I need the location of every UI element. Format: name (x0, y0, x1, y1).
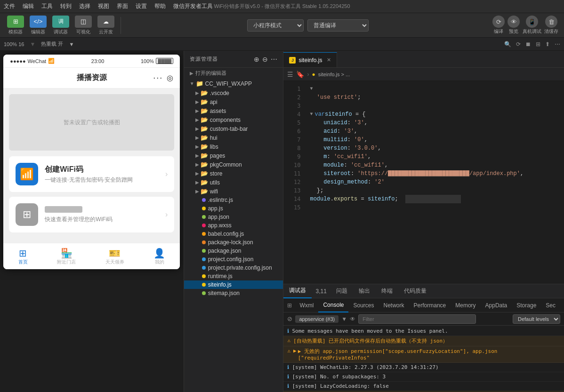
card-manage-wifi[interactable]: ⊞ 快速查看并管理您的WiFi码 › (9, 197, 174, 232)
folder-components[interactable]: ▶ 📂 components (184, 115, 283, 124)
clear-cache-btn[interactable]: 🗑 清缓存 (544, 16, 558, 35)
upload-icon[interactable]: ⬆ (545, 41, 550, 48)
new-file-icon[interactable]: ⊕ (254, 56, 259, 63)
real-debug-btn[interactable]: 📱 真机调试 (523, 16, 541, 35)
menu-edit[interactable]: 编辑 (23, 2, 34, 10)
menu-settings[interactable]: 设置 (136, 2, 147, 10)
tab-close-icon[interactable]: ✕ (327, 57, 331, 63)
folder-custom-tab-bar[interactable]: ▶ 📂 custom-tab-bar (184, 124, 283, 133)
file-pkgjson[interactable]: package.json (184, 247, 283, 255)
tab-terminal[interactable]: 终端 (376, 284, 398, 298)
nav-home[interactable]: ⊞ 首页 (18, 248, 28, 265)
folder-libs[interactable]: ▶ 📂 libs (184, 142, 283, 151)
devtab-sec[interactable]: Sec (541, 298, 560, 312)
editor-tab-siteinfo[interactable]: J siteinfo.js ✕ (283, 52, 337, 67)
menu-bar: 文件 编辑 工具 转到 选择 视图 界面 设置 帮助 微信开发者工具 WiFi分… (0, 0, 564, 13)
menu-view[interactable]: 视图 (98, 2, 109, 10)
hot-reload-toggle[interactable]: ▼ (69, 41, 74, 47)
file-siteinfo[interactable]: siteinfo.js (184, 280, 283, 289)
console-filter-input[interactable] (358, 314, 476, 324)
tab-output[interactable]: 输出 (353, 284, 376, 298)
code-content[interactable]: ▼ 'use strict'; ▼ var siteinfo = { uniac… (304, 81, 564, 284)
nav-coupon[interactable]: 🎫 天天领券 (105, 248, 124, 265)
file-babel[interactable]: babel.config.js (184, 230, 283, 238)
nav-nearby[interactable]: 🏪 附近门店 (57, 248, 76, 265)
devtab-network[interactable]: Network (379, 298, 409, 312)
menu-select[interactable]: 选择 (79, 2, 90, 10)
tab-line-col[interactable]: 3,11 (312, 284, 330, 298)
devtools-toggle[interactable]: ⊞ (287, 302, 292, 309)
search-icon[interactable]: 🔍 (504, 41, 511, 48)
menu-interface[interactable]: 界面 (117, 2, 128, 10)
file-runtime[interactable]: runtime.js (184, 272, 283, 280)
visual-btn[interactable]: ◫ 可视化 (73, 16, 93, 35)
file-appjson[interactable]: app.json (184, 213, 283, 221)
hamburger-icon[interactable]: ☰ (287, 71, 293, 78)
bookmark-icon[interactable]: 🔖 (296, 71, 304, 78)
console-dropdown-arrow[interactable]: ▼ (341, 316, 347, 322)
tab-debugger[interactable]: 调试器 (283, 284, 312, 298)
wifi-card-icon: 📶 (16, 163, 38, 185)
more-files-icon[interactable]: ⋯ (271, 56, 277, 63)
tab-issues[interactable]: 问题 (330, 284, 353, 298)
editor-btn[interactable]: </> 编辑器 (28, 16, 48, 35)
collapse-icon[interactable]: ⊖ (262, 56, 268, 63)
main-area: ●●●●● WeChat 📶 23:00 100% ▓▓▓▓ 播播资源 ··· … (0, 51, 564, 392)
devtab-performance[interactable]: Performance (409, 298, 451, 312)
menu-help[interactable]: 帮助 (154, 2, 166, 10)
menu-tools[interactable]: 工具 (41, 2, 53, 10)
file-project-config[interactable]: project.config.json (184, 255, 283, 264)
menu-goto[interactable]: 转到 (60, 2, 72, 10)
menu-wechat-tools[interactable]: 微信开发者工具 (173, 2, 213, 10)
debugger-btn[interactable]: 调 调试器 (51, 16, 71, 35)
file-appwxss[interactable]: app.wxss (184, 221, 283, 230)
project-root[interactable]: ▼ 📁 CC_WIFI_WXAPP (184, 79, 283, 88)
devtab-console[interactable]: Console (318, 298, 348, 312)
compile-btn[interactable]: ⟳ 编译 (492, 16, 505, 35)
stop-icon[interactable]: ⏹ (525, 41, 531, 48)
code-line-10: module: 'cc_wifi1', (310, 161, 558, 169)
devtab-storage[interactable]: Storage (512, 298, 541, 312)
console-eye-icon[interactable]: 👁 (350, 316, 355, 322)
folder-wifi[interactable]: ▶ 📂 wifi (184, 187, 283, 196)
file-eslintrc[interactable]: .eslintrc.js (184, 196, 283, 204)
devtab-sources[interactable]: Sources (348, 298, 379, 312)
file-appjs[interactable]: app.js (184, 204, 283, 213)
file-sitemap[interactable]: sitemap.json (184, 289, 283, 297)
cloud-btn[interactable]: ☁ 云开发 (96, 16, 116, 35)
more-icon[interactable]: ⋯ (555, 41, 560, 48)
menu-file[interactable]: 文件 (4, 2, 15, 10)
opened-editors-section[interactable]: ▶ 打开的编辑器 (184, 68, 283, 79)
folder-api[interactable]: ▶ 📂 api (184, 97, 283, 106)
nav-mine[interactable]: 👤 我的 (153, 248, 165, 265)
dots-icon[interactable]: ··· (153, 73, 163, 83)
folder-pages[interactable]: ▶ 📂 pages (184, 151, 283, 160)
compile-select[interactable]: 普通编译 (307, 19, 369, 32)
hot-reload[interactable]: 热重载 开 (41, 40, 63, 48)
format-icon[interactable]: ⊞ (536, 41, 540, 48)
tab-code-quality[interactable]: 代码质量 (398, 284, 432, 298)
simulator-btn[interactable]: ⊞ 模拟器 (6, 16, 25, 35)
console-level-select[interactable]: Default levels (513, 314, 560, 324)
mode-select[interactable]: 小程序模式 (247, 19, 304, 32)
card-create-wifi[interactable]: 📶 创建WiFi码 一键连接·无需告知密码·安全防蹭网 › (9, 156, 174, 192)
preview-btn[interactable]: 👁 预览 (508, 16, 520, 35)
devtab-wxml[interactable]: Wxml (295, 298, 318, 312)
console-top-tabs: 调试器 3,11 问题 输出 终端 代码质量 (283, 284, 564, 298)
file-project-private[interactable]: project.private.config.json (184, 264, 283, 272)
devtab-memory[interactable]: Memory (451, 298, 480, 312)
folder-assets[interactable]: ▶ 📂 assets (184, 106, 283, 115)
folder-pkgcommon[interactable]: ▶ 📂 pkgCommon (184, 160, 283, 169)
devtab-appdata[interactable]: AppData (481, 298, 512, 312)
refresh-icon[interactable]: ⟳ (516, 41, 521, 48)
folder-utils[interactable]: ▶ 📂 utils (184, 178, 283, 187)
folder-vscode[interactable]: ▶ 📂 .vscode (184, 88, 283, 97)
target-icon[interactable]: ◎ (167, 73, 173, 82)
console-clear-icon[interactable]: ⊘ (287, 315, 292, 322)
file-pkg-lock[interactable]: package-lock.json (184, 238, 283, 247)
console-service-tag[interactable]: appservice (#3) (295, 315, 338, 323)
folder-store[interactable]: ▶ 📂 store (184, 169, 283, 178)
zoom-sep: ▼ (30, 41, 35, 48)
folder-hui[interactable]: ▶ 📂 hui (184, 133, 283, 142)
root-chevron: ▼ (190, 81, 194, 86)
